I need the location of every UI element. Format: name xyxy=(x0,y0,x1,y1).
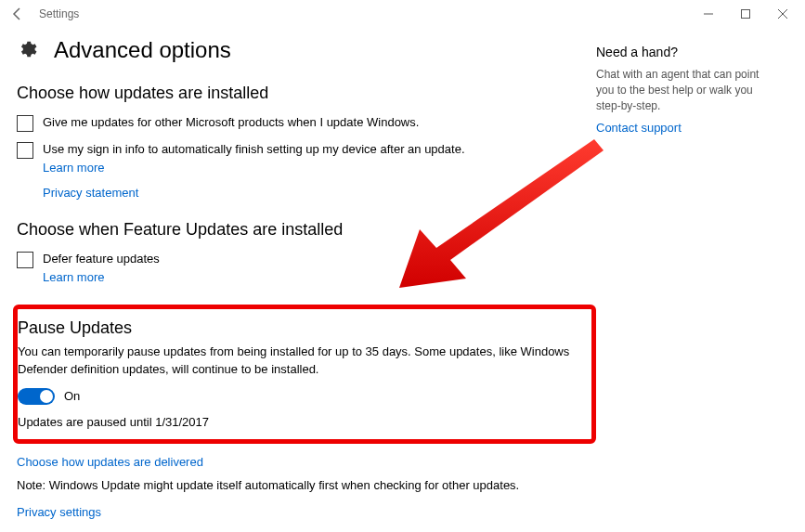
maximize-button[interactable] xyxy=(727,0,764,28)
privacy-statement-link[interactable]: Privacy statement xyxy=(43,186,596,200)
privacy-settings-link[interactable]: Privacy settings xyxy=(17,505,101,519)
update-note: Note: Windows Update might update itself… xyxy=(17,478,596,492)
close-button[interactable] xyxy=(764,0,801,28)
page-title: Advanced options xyxy=(54,37,231,63)
section-install-updates: Choose how updates are installed Give me… xyxy=(17,84,596,200)
pause-updates-toggle[interactable] xyxy=(18,388,55,405)
section-feature-updates: Choose when Feature Updates are installe… xyxy=(17,220,596,284)
svg-rect-1 xyxy=(742,10,750,19)
delivery-link[interactable]: Choose how updates are delivered xyxy=(17,455,203,469)
back-button[interactable] xyxy=(4,0,32,28)
learn-more-link[interactable]: Learn more xyxy=(43,161,596,175)
side-heading: Need a hand? xyxy=(596,45,777,59)
gear-icon xyxy=(17,39,37,62)
checkbox-label: Use my sign in info to automatically fin… xyxy=(43,141,465,159)
pause-updates-highlight: Pause Updates You can temporarily pause … xyxy=(13,305,596,444)
pause-updates-heading: Pause Updates xyxy=(18,318,582,338)
learn-more-link[interactable]: Learn more xyxy=(43,270,596,284)
checkbox-sign-in-info[interactable] xyxy=(17,142,33,159)
toggle-label: On xyxy=(64,389,80,403)
minimize-button[interactable] xyxy=(690,0,727,28)
contact-support-link[interactable]: Contact support xyxy=(596,121,682,135)
main-panel: Advanced options Choose how updates are … xyxy=(17,37,596,519)
checkbox-label: Give me updates for other Microsoft prod… xyxy=(43,114,419,132)
pause-status-text: Updates are paused until 1/31/2017 xyxy=(18,414,582,432)
window-controls xyxy=(690,0,801,28)
arrow-left-icon xyxy=(10,6,25,21)
section-heading: Choose when Feature Updates are installe… xyxy=(17,220,596,240)
app-title: Settings xyxy=(39,7,79,20)
side-text: Chat with an agent that can point you to… xyxy=(596,67,777,113)
checkbox-defer-feature-updates[interactable] xyxy=(17,252,33,268)
pause-updates-description: You can temporarily pause updates from b… xyxy=(18,344,582,379)
section-heading: Choose how updates are installed xyxy=(17,84,596,103)
window-titlebar: Settings xyxy=(0,0,805,28)
checkbox-label: Defer feature updates xyxy=(43,251,160,268)
side-panel: Need a hand? Chat with an agent that can… xyxy=(596,37,777,519)
checkbox-other-microsoft-products[interactable] xyxy=(17,115,33,132)
